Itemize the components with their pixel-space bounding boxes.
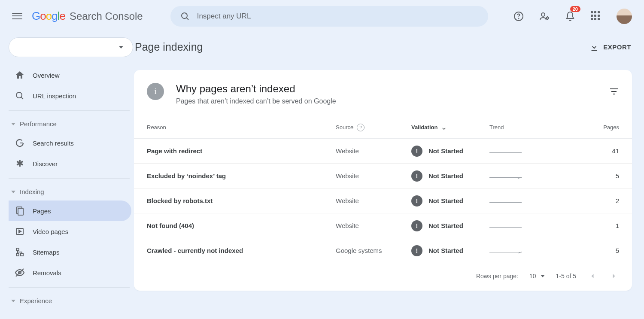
sidebar-item-url-inspection[interactable]: URL inspection xyxy=(9,85,131,106)
pages-icon xyxy=(15,206,25,216)
product-logo[interactable]: Google Search Console xyxy=(32,9,143,23)
sidebar-item-sitemaps[interactable]: Sitemaps xyxy=(9,242,131,262)
download-icon xyxy=(589,43,599,52)
g-icon xyxy=(15,138,25,148)
sitemap-icon xyxy=(15,247,25,257)
trend-sparkline xyxy=(489,149,522,153)
prev-page-button[interactable] xyxy=(587,271,598,281)
svg-rect-12 xyxy=(16,253,19,256)
card-title: Why pages aren’t indexed xyxy=(176,83,336,95)
col-validation[interactable]: Validation xyxy=(411,124,489,131)
sidebar-item-search-results[interactable]: Search results xyxy=(9,133,131,153)
cell-validation: !Not Started xyxy=(411,195,489,207)
sidebar-label: Video pages xyxy=(33,228,68,235)
table-header: Reason Source? Validation Trend Pages xyxy=(134,116,632,139)
cell-pages: 5 xyxy=(571,247,619,254)
chevron-down-icon xyxy=(541,275,545,277)
home-icon xyxy=(15,70,25,80)
video-icon xyxy=(15,226,25,237)
eye-off-icon xyxy=(15,267,25,278)
cell-validation: !Not Started xyxy=(411,220,489,231)
cell-source: Website xyxy=(336,172,411,179)
avatar[interactable] xyxy=(617,9,632,24)
sidebar-section-performance[interactable]: Performance xyxy=(9,115,134,133)
google-logo: Google xyxy=(32,9,65,23)
table-row[interactable]: Crawled - currently not indexedGoogle sy… xyxy=(134,238,632,263)
export-button[interactable]: EXPORT xyxy=(589,43,631,52)
help-icon[interactable]: ? xyxy=(357,124,365,131)
cell-reason: Blocked by robots.txt xyxy=(147,197,336,204)
table-row[interactable]: Excluded by ‘noindex’ tagWebsite!Not Sta… xyxy=(134,164,632,188)
table-row[interactable]: Blocked by robots.txtWebsite!Not Started… xyxy=(134,188,632,213)
card-subtitle: Pages that aren’t indexed can’t be serve… xyxy=(176,97,336,105)
alert-icon: ! xyxy=(411,146,422,157)
col-reason: Reason xyxy=(147,124,336,131)
help-icon[interactable] xyxy=(513,11,524,21)
svg-line-7 xyxy=(21,97,24,100)
sidebar-item-overview[interactable]: Overview xyxy=(9,65,131,85)
sidebar-item-removals[interactable]: Removals xyxy=(9,262,131,283)
divider xyxy=(9,110,130,111)
asterisk-icon: ✱ xyxy=(15,158,25,169)
manage-users-icon[interactable] xyxy=(539,11,550,21)
cell-trend xyxy=(489,174,571,178)
product-name: Search Console xyxy=(70,10,143,22)
rows-per-page-label: Rows per page: xyxy=(476,273,518,280)
chevron-down-icon xyxy=(11,123,15,125)
cell-reason: Not found (404) xyxy=(147,222,336,229)
property-selector[interactable] xyxy=(9,37,133,57)
search-icon xyxy=(180,11,190,21)
table-pager: Rows per page: 10 1-5 of 5 xyxy=(134,263,632,291)
arrow-down-icon xyxy=(441,125,447,131)
trend-sparkline xyxy=(489,174,522,178)
divider xyxy=(9,178,130,179)
notifications-icon[interactable]: 20 xyxy=(565,11,575,21)
url-search[interactable] xyxy=(170,6,488,27)
col-source: Source? xyxy=(336,124,411,131)
sidebar-label: Sitemaps xyxy=(33,249,60,256)
page-header: Page indexing EXPORT xyxy=(134,41,632,62)
svg-rect-9 xyxy=(18,208,23,215)
cell-source: Website xyxy=(336,222,411,229)
main-content: Page indexing EXPORT i Why pages aren’t … xyxy=(134,32,644,319)
cell-trend xyxy=(489,149,571,153)
svg-rect-13 xyxy=(21,253,23,256)
cell-pages: 5 xyxy=(571,172,619,179)
cell-reason: Excluded by ‘noindex’ tag xyxy=(147,172,336,179)
col-pages: Pages xyxy=(571,124,619,131)
alert-icon: ! xyxy=(411,195,422,207)
sidebar-item-discover[interactable]: ✱ Discover xyxy=(9,153,131,174)
apps-icon[interactable] xyxy=(591,11,601,21)
divider xyxy=(9,287,130,288)
pager-range: 1-5 of 5 xyxy=(556,273,576,280)
svg-point-4 xyxy=(541,13,545,16)
search-input[interactable] xyxy=(197,12,479,21)
rows-per-page-select[interactable]: 10 xyxy=(529,273,545,280)
cell-pages: 2 xyxy=(571,197,619,204)
cell-validation: !Not Started xyxy=(411,170,489,182)
svg-point-5 xyxy=(547,17,549,19)
next-page-button[interactable] xyxy=(609,271,619,281)
svg-point-6 xyxy=(16,92,22,98)
sidebar-section-indexing[interactable]: Indexing xyxy=(9,183,134,201)
svg-line-1 xyxy=(186,18,188,20)
svg-rect-11 xyxy=(16,248,19,251)
alert-icon: ! xyxy=(411,220,422,231)
cell-pages: 1 xyxy=(571,222,619,229)
menu-icon[interactable] xyxy=(12,11,22,21)
table-row[interactable]: Page with redirectWebsite!Not Started41 xyxy=(134,139,632,164)
sidebar-label: Pages xyxy=(33,207,51,215)
top-bar: Google Search Console 20 xyxy=(0,0,644,32)
cell-validation: !Not Started xyxy=(411,146,489,157)
sidebar-section-experience[interactable]: Experience xyxy=(9,292,134,310)
chevron-down-icon xyxy=(119,46,123,49)
table-row[interactable]: Not found (404)Website!Not Started1 xyxy=(134,213,632,238)
alert-icon: ! xyxy=(411,245,422,256)
cell-trend xyxy=(489,224,571,228)
sidebar-item-pages[interactable]: Pages xyxy=(9,201,131,221)
filter-icon[interactable] xyxy=(609,86,619,97)
trend-sparkline xyxy=(489,199,522,203)
alert-icon: ! xyxy=(411,170,422,182)
trend-sparkline xyxy=(489,224,522,228)
sidebar-item-video-pages[interactable]: Video pages xyxy=(9,221,131,242)
